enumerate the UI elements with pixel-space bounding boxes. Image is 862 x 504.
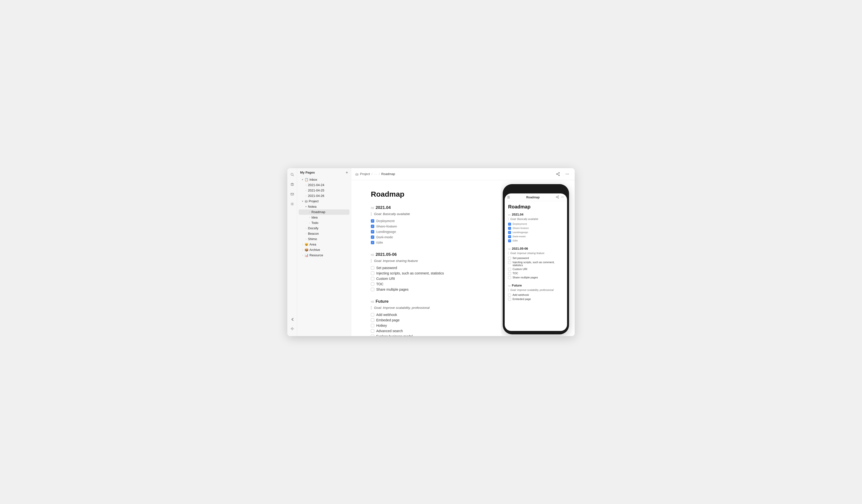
checkbox-injecting-scripts[interactable] [371,271,374,275]
trash-icon[interactable] [289,181,296,188]
section-heading-3: H2 Future [371,299,486,304]
phone-check-dark-mode[interactable]: Dark mode [508,235,564,239]
checkbox-embeded-page[interactable] [371,318,374,322]
sidebar-item-archive[interactable]: › 📦 Archive [299,247,350,253]
check-item-advanced-search[interactable]: Advanced search [371,328,486,334]
sidebar-item-date3[interactable]: › 2021-04-26 [299,193,350,199]
phone-checkbox-add-webhook[interactable] [508,294,511,296]
check-item-share-feature[interactable]: Share feature [371,224,486,229]
sidebar-item-todo[interactable]: › Todo [299,220,350,226]
goal-quote-2: Goal: Improve sharing feature [371,259,486,263]
svg-point-23 [556,197,557,197]
settings-icon[interactable] [289,201,296,208]
check-item-i18n[interactable]: I18n [371,240,486,245]
phone-checkbox-landingpage[interactable] [508,231,511,234]
phone-notch [525,188,547,192]
phone-check-set-password[interactable]: Set password [508,256,564,260]
phone-checkbox-i18n[interactable] [508,239,511,242]
phone-h2-2: H2 [508,248,511,250]
phone-check-label-add-webhook: Add webhook [512,293,529,296]
check-item-toc[interactable]: TOC [371,281,486,287]
checkbox-deployment[interactable] [371,219,374,223]
sidebar-item-beacon[interactable]: › Beacon [299,231,350,236]
mail-icon[interactable] [289,191,296,198]
checkbox-custom-uri[interactable] [371,277,374,280]
checkbox-hotkey[interactable] [371,324,374,327]
checkbox-toc[interactable] [371,282,374,286]
phone-menu-icon[interactable]: ☰ [507,196,510,199]
sidebar-header: My Pages + [297,168,351,176]
goal-quote-1: Goal: Basically available [371,212,486,216]
sidebar-item-resource[interactable]: › 📊 Resource [299,253,350,258]
phone-h2-1: H2 [508,214,511,216]
check-label-dark-mode: Dark mode [376,235,393,239]
checkbox-advanced-search[interactable] [371,329,374,333]
phone-goal-1: Goal: Basically available [508,217,564,221]
sidebar-item-project[interactable]: ▼ 🗂 Project [299,199,350,204]
phone-check-toc[interactable]: TOC [508,271,564,276]
check-item-landingpage[interactable]: Landingpage [371,229,486,235]
inbox-label: Inbox [310,178,317,182]
section-title-2: 2021.05-06 [376,252,396,257]
phone-check-label-landingpage: Landingpage [512,231,528,234]
add-page-button[interactable]: + [346,171,348,174]
sidebar-item-inbox[interactable]: ▼ 📋 Inbox [299,177,350,182]
check-item-set-password[interactable]: Set password [371,265,486,270]
phone-check-embeded-page[interactable]: Embeded page [508,297,564,301]
sidebar-item-docsify[interactable]: › Docsify [299,226,350,231]
phone-check-injecting-scripts[interactable]: Injecting scripts, such as comment, stat… [508,260,564,267]
checkbox-add-webhook[interactable] [371,313,374,316]
phone-check-share-multiple[interactable]: Share multiple pages [508,276,564,280]
check-item-deployment[interactable]: Deployment [371,218,486,224]
phone-check-add-webhook[interactable]: Add webhook [508,293,564,297]
checkbox-dark-mode[interactable] [371,236,374,239]
checkbox-explore-business[interactable] [371,335,374,336]
checkbox-share-multiple[interactable] [371,288,374,291]
breadcrumb-project[interactable]: Project [360,172,370,176]
check-item-add-webhook[interactable]: Add webhook [371,312,486,317]
phone-checkbox-deployment[interactable] [508,223,511,226]
check-label-share-feature: Share feature [376,224,397,228]
check-item-injecting-scripts[interactable]: Injecting scripts, such as comment, stat… [371,270,486,276]
phone-checkbox-toc[interactable] [508,272,511,275]
sidebar-item-date1[interactable]: › 2021-04-24 [299,182,350,188]
checkbox-i18n[interactable] [371,241,374,244]
phone-check-landingpage[interactable]: Landingpage [508,230,564,235]
phone-check-custom-uri[interactable]: Custom URI [508,267,564,271]
phone-checkbox-share-feature[interactable] [508,227,511,230]
phone-share-icon[interactable] [556,196,559,199]
sidebar-item-roadmap[interactable]: › Roadmap [299,209,350,215]
collapse-sidebar-icon[interactable] [289,316,296,323]
checkbox-share-feature[interactable] [371,225,374,228]
search-icon[interactable] [289,171,296,178]
check-item-hotkey[interactable]: Hotkey [371,323,486,328]
phone-checkbox-embeded-page[interactable] [508,298,511,301]
check-item-dark-mode[interactable]: Dark mode [371,235,486,240]
phone-more-icon[interactable] [561,196,564,199]
theme-icon[interactable] [289,325,296,332]
project-arrow: ▼ [301,199,304,203]
phone-check-i18n[interactable]: I18n [508,239,564,243]
phone-checkbox-injecting-scripts[interactable] [508,261,511,264]
check-item-embeded-page[interactable]: Embeded page [371,317,486,323]
sidebar-item-idea[interactable]: › Idea [299,215,350,220]
sidebar-item-notea[interactable]: ▼ Notea [299,204,350,209]
check-item-custom-uri[interactable]: Custom URI [371,276,486,281]
checkbox-set-password[interactable] [371,266,374,269]
sidebar-item-area[interactable]: › 😺 Area [299,242,350,247]
check-item-share-multiple[interactable]: Share multiple pages [371,287,486,292]
phone-check-deployment[interactable]: Deployment [508,222,564,226]
checkbox-landingpage[interactable] [371,230,374,234]
sidebar-item-shimo[interactable]: › Shimo [299,236,350,242]
phone-checkbox-dark-mode[interactable] [508,235,511,238]
sidebar-item-date2[interactable]: › 2021-04-25 [299,188,350,193]
breadcrumb-dots[interactable]: ··· [374,172,377,176]
project-label: Project [309,199,318,203]
share-icon[interactable] [554,171,561,177]
phone-checkbox-set-password[interactable] [508,257,511,260]
phone-checkbox-share-multiple[interactable] [508,276,511,279]
check-item-explore-business[interactable]: Explore business model [371,334,486,336]
more-options-icon[interactable] [564,171,571,177]
phone-check-share-feature[interactable]: Share feature [508,226,564,230]
phone-checkbox-custom-uri[interactable] [508,268,511,271]
